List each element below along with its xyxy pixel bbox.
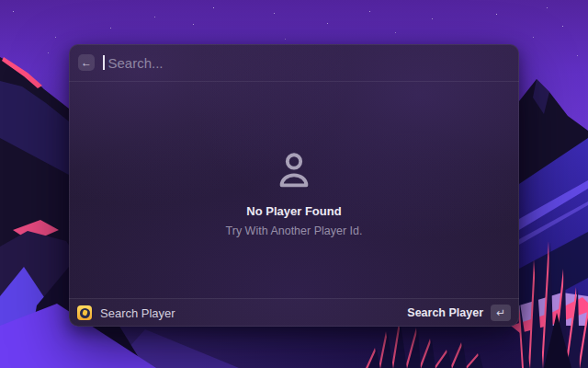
app-icon-glyph xyxy=(82,309,87,316)
empty-state-subtitle: Try With Another Player Id. xyxy=(226,224,363,237)
enter-key-button[interactable]: ↵ xyxy=(491,305,511,321)
person-icon xyxy=(273,150,315,192)
footer-app-label: Search Player xyxy=(100,306,175,320)
footer-bar: Search Player Search Player ↵ xyxy=(69,298,519,327)
search-bar: ← xyxy=(69,44,519,82)
search-player-window: ← No Player Found Try With Another Playe… xyxy=(69,44,519,327)
return-key-icon: ↵ xyxy=(496,307,505,318)
empty-state: No Player Found Try With Another Player … xyxy=(69,82,519,298)
app-icon xyxy=(77,305,92,320)
search-input[interactable] xyxy=(107,54,511,72)
text-caret xyxy=(103,55,105,70)
empty-state-title: No Player Found xyxy=(246,204,341,218)
search-player-action[interactable]: Search Player xyxy=(407,306,483,319)
arrow-left-icon: ← xyxy=(81,57,92,68)
stars xyxy=(0,0,1,1)
back-button[interactable]: ← xyxy=(78,54,95,71)
app-icon-circle xyxy=(80,308,90,318)
